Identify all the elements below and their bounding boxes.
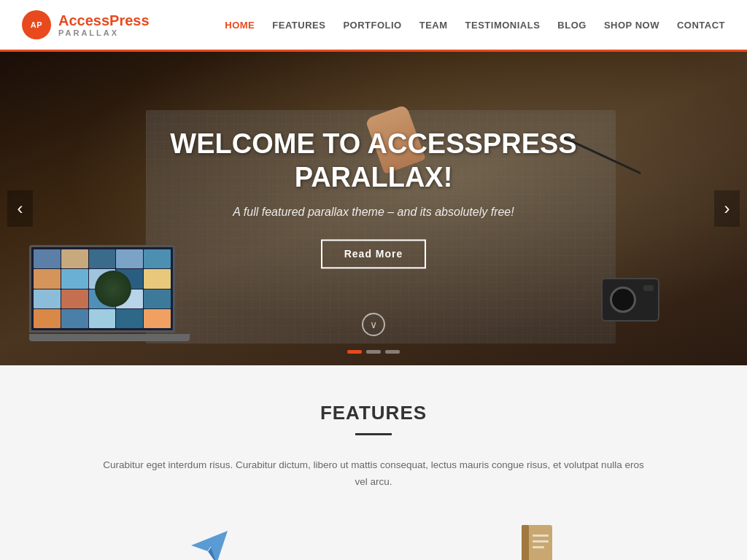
nav-blog[interactable]: BLOG: [557, 20, 587, 31]
feature-item-1: EASY THEME OPTION PANEL Lorem ipsum dolo…: [60, 520, 359, 560]
svg-rect-6: [533, 540, 549, 542]
book-icon: [518, 521, 558, 560]
nav-team[interactable]: TEAM: [419, 20, 448, 31]
slider-dots: [347, 350, 400, 354]
hero-subtitle: A full featured parallax theme – and its…: [155, 206, 592, 219]
feature-icon-book-wrapper: [512, 520, 563, 560]
plane-icon: [187, 524, 231, 560]
hero-plant: [95, 271, 131, 307]
logo-text: AccessPress PARALLAX: [58, 12, 150, 37]
slider-dot-3[interactable]: [385, 350, 400, 354]
nav-features[interactable]: FEATURES: [272, 20, 325, 31]
features-section: FEATURES Curabitur eget interdum risus. …: [0, 365, 747, 560]
slider-dot-1[interactable]: [347, 350, 362, 354]
hero-prev-arrow[interactable]: ‹: [7, 190, 33, 227]
nav-contact[interactable]: CONTACT: [677, 20, 725, 31]
features-grid: EASY THEME OPTION PANEL Lorem ipsum dolo…: [60, 520, 687, 560]
hero-content: WELCOME TO ACCESSPRESS PARALLAX! A full …: [155, 128, 592, 289]
features-title: FEATURES: [44, 402, 703, 424]
nav-shop-now[interactable]: SHOP NOW: [604, 20, 659, 31]
svg-rect-7: [533, 546, 544, 548]
feature-item-2: EASY CUSTOMIZABLE Lorem ipsum dolor sit …: [388, 520, 687, 560]
nav-portfolio[interactable]: PORTFOLIO: [343, 20, 401, 31]
hero-next-arrow[interactable]: ›: [714, 190, 740, 227]
logo[interactable]: AP AccessPress PARALLAX: [22, 10, 150, 39]
logo-tagline: PARALLAX: [58, 28, 150, 37]
features-divider: [355, 433, 392, 435]
hero-section: ‹ › WELCOME TO ACCESSPRESS PARALLAX! A f…: [0, 52, 747, 365]
svg-marker-0: [191, 531, 228, 560]
scroll-indicator[interactable]: ∨: [362, 313, 385, 336]
nav-home[interactable]: HOME: [225, 20, 255, 31]
hero-camera: [601, 278, 659, 322]
feature-icon-plane-wrapper: [184, 520, 235, 560]
logo-name: AccessPress: [58, 12, 150, 28]
svg-rect-4: [522, 525, 529, 560]
logo-icon: AP: [22, 10, 51, 39]
laptop-base: [29, 334, 190, 341]
site-header: AP AccessPress PARALLAX HOME FEATURES PO…: [0, 0, 747, 52]
svg-rect-5: [533, 534, 549, 537]
hero-cta-button[interactable]: Read More: [321, 240, 427, 269]
slider-dot-2[interactable]: [366, 350, 381, 354]
main-nav: HOME FEATURES PORTFOLIO TEAM TESTIMONIAL…: [225, 20, 725, 31]
hero-title: WELCOME TO ACCESSPRESS PARALLAX!: [155, 128, 592, 194]
nav-testimonials[interactable]: TESTIMONIALS: [465, 20, 541, 31]
features-description: Curabitur eget interdum risus. Curabitur…: [100, 457, 647, 491]
